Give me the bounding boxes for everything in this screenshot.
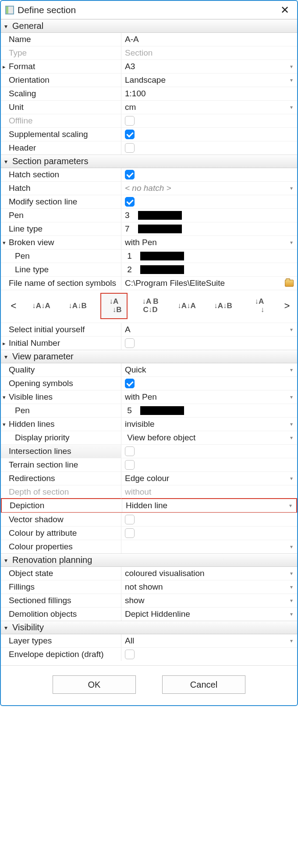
- chevron-down-icon: ▾: [290, 327, 294, 333]
- format-label[interactable]: ▸Format: [1, 60, 121, 73]
- scaling-label: Scaling: [1, 87, 121, 100]
- linetype-field[interactable]: 7: [121, 222, 297, 235]
- pen-field[interactable]: 3: [121, 209, 297, 222]
- format-dropdown[interactable]: A3▾: [121, 60, 297, 73]
- section-symbol-option[interactable]: ↓A ↓: [246, 293, 273, 319]
- checkbox-icon: [125, 116, 135, 126]
- chevron-down-icon: ▾: [4, 624, 12, 631]
- chevron-down-icon: ▾: [290, 394, 294, 400]
- chevron-down-icon: ▾: [4, 353, 12, 360]
- hidden-lines-dropdown[interactable]: invisible▾: [121, 418, 297, 431]
- sectioned-fillings-dropdown[interactable]: show▾: [121, 594, 297, 607]
- offline-label: Offline: [1, 114, 121, 127]
- object-state-dropdown[interactable]: coloured visualisation▾: [121, 567, 297, 580]
- opening-symbols-checkbox[interactable]: [121, 377, 297, 390]
- initial-number-label[interactable]: ▸Initial Number: [1, 337, 121, 350]
- quality-dropdown[interactable]: Quick▾: [121, 363, 297, 376]
- section-label: Visibility: [12, 622, 44, 633]
- file-name-label: File name of section symbols: [1, 277, 121, 290]
- section-symbol-option[interactable]: ↓A↓B: [64, 293, 91, 319]
- colour-properties-label: Colour properties: [1, 540, 121, 553]
- checkbox-icon: [125, 460, 135, 470]
- general-body: Name A-A Type Section ▸Format A3▾ Orient…: [1, 33, 297, 155]
- colour-properties-dropdown[interactable]: ▾: [121, 540, 297, 553]
- chevron-down-icon: ▾: [4, 557, 12, 564]
- section-symbol-option[interactable]: ↓A↓A: [173, 293, 200, 319]
- close-icon[interactable]: ✕: [277, 2, 293, 18]
- scroll-right-button[interactable]: >: [282, 300, 292, 312]
- window-title: Define section: [18, 5, 277, 15]
- section-header-view-parameter[interactable]: ▾ View parameter: [1, 350, 297, 363]
- orientation-label: Orientation: [1, 74, 121, 87]
- section-header-visibility[interactable]: ▾ Visibility: [1, 621, 297, 634]
- header-checkbox[interactable]: [121, 141, 297, 155]
- section-header-general[interactable]: ▾ General: [1, 19, 297, 33]
- file-name-field[interactable]: C:\Program Files\EliteSuite: [121, 277, 297, 290]
- hatch-label: Hatch: [1, 182, 121, 195]
- titlebar: Define section ✕: [1, 1, 297, 19]
- linetype-swatch-icon: [138, 225, 182, 233]
- modify-section-line-checkbox[interactable]: [121, 195, 297, 208]
- envelope-depiction-checkbox[interactable]: [121, 648, 297, 661]
- vector-shadow-checkbox[interactable]: [121, 513, 297, 526]
- visible-lines-label[interactable]: ▾Visible lines: [1, 390, 121, 404]
- unit-label: Unit: [1, 101, 121, 114]
- scaling-field[interactable]: 1:100: [121, 87, 297, 100]
- chevron-right-icon: ▸: [3, 63, 9, 70]
- terrain-section-line-checkbox[interactable]: [121, 458, 297, 471]
- cancel-button[interactable]: Cancel: [162, 675, 245, 694]
- chevron-down-icon: ▾: [290, 239, 294, 246]
- chevron-down-icon: ▾: [289, 503, 293, 509]
- select-initial-dropdown[interactable]: A▾: [121, 323, 297, 336]
- initial-number-checkbox[interactable]: [121, 337, 297, 350]
- type-label: Type: [1, 46, 121, 60]
- checkbox-checked-icon: [125, 197, 135, 207]
- hatch-dropdown[interactable]: < no hatch >▾: [121, 182, 297, 195]
- scroll-left-button[interactable]: <: [9, 300, 18, 312]
- fillings-dropdown[interactable]: not shown▾: [121, 580, 297, 594]
- redirections-dropdown[interactable]: Edge colour▾: [121, 472, 297, 485]
- checkbox-icon: [125, 515, 135, 524]
- chevron-down-icon: ▾: [4, 23, 12, 30]
- depiction-label: Depiction: [2, 499, 122, 512]
- section-header-renovation-planning[interactable]: ▾ Renovation planning: [1, 553, 297, 567]
- pen-swatch-icon: [140, 252, 184, 260]
- depiction-dropdown[interactable]: Hidden line▾: [122, 499, 296, 512]
- section-symbol-picker: < ↓A↓A ↓A↓B ↓A ↓B ↓A B C↓D ↓A↓A ↓A↓B ↓A …: [1, 290, 297, 323]
- vl-pen-field[interactable]: 5: [121, 404, 297, 417]
- intersection-lines-checkbox[interactable]: [121, 445, 297, 458]
- hidden-lines-label[interactable]: ▾Hidden lines: [1, 418, 121, 431]
- section-label: View parameter: [12, 351, 74, 362]
- unit-dropdown[interactable]: cm▾: [121, 101, 297, 114]
- section-symbol-option[interactable]: ↓A B C↓D: [137, 293, 164, 319]
- broken-view-label[interactable]: ▾Broken view: [1, 236, 121, 249]
- bv-linetype-field[interactable]: 2: [121, 263, 297, 276]
- name-label: Name: [1, 33, 121, 46]
- chevron-down-icon: ▾: [290, 475, 294, 481]
- name-field[interactable]: A-A: [121, 33, 297, 46]
- demolition-objects-dropdown[interactable]: Depict Hiddenline▾: [121, 608, 297, 621]
- section-label: General: [12, 21, 43, 31]
- section-symbol-option-selected[interactable]: ↓A ↓B: [100, 293, 128, 319]
- colour-by-attribute-checkbox[interactable]: [121, 527, 297, 540]
- modify-section-line-label: Modify section line: [1, 195, 121, 208]
- display-priority-dropdown[interactable]: View before object▾: [121, 431, 297, 444]
- supplemental-scaling-checkbox[interactable]: [121, 128, 297, 141]
- offline-checkbox: [121, 114, 297, 127]
- layer-types-dropdown[interactable]: All▾: [121, 634, 297, 647]
- object-state-label: Object state: [1, 567, 121, 580]
- ok-button[interactable]: OK: [53, 675, 136, 694]
- checkbox-icon: [125, 528, 135, 538]
- orientation-dropdown[interactable]: Landscape▾: [121, 74, 297, 87]
- folder-icon[interactable]: [285, 280, 294, 287]
- section-header-section-parameters[interactable]: ▾ Section parameters: [1, 155, 297, 168]
- checkbox-icon: [125, 143, 135, 153]
- hatch-section-checkbox[interactable]: [121, 168, 297, 181]
- visible-lines-dropdown[interactable]: with Pen▾: [121, 390, 297, 404]
- section-symbol-option[interactable]: ↓A↓A: [28, 293, 55, 319]
- depth-of-section-label: Depth of section: [1, 485, 121, 499]
- bv-pen-field[interactable]: 1: [121, 250, 297, 263]
- pen-label: Pen: [1, 209, 121, 222]
- section-symbol-option[interactable]: ↓A↓B: [209, 293, 237, 319]
- broken-view-dropdown[interactable]: with Pen▾: [121, 236, 297, 249]
